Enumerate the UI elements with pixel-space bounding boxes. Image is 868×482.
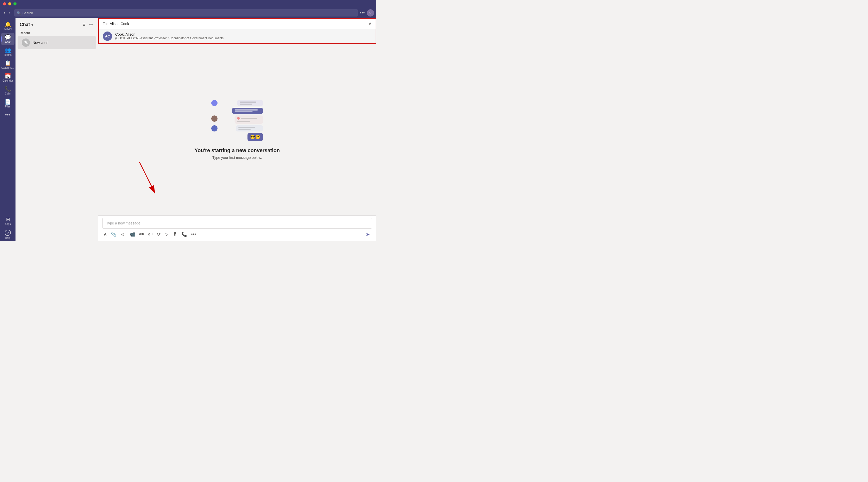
praise-icon: 🎖 <box>173 232 177 237</box>
calls-icon: 📞 <box>5 86 11 91</box>
new-chat-avatar: ✎ <box>22 38 30 47</box>
sidebar-item-files[interactable]: 📄 Files <box>1 98 14 109</box>
sidebar-item-help[interactable]: ? Help <box>1 228 14 241</box>
compose-icon: ✏ <box>89 23 93 27</box>
activity-label: Activity <box>4 28 12 30</box>
suggestion-subtitle: (COOK_ALISON) Assistant Professor / Coor… <box>115 36 224 40</box>
sidebar-item-assignments[interactable]: 📋 Assignme... <box>1 59 14 71</box>
sidebar-item-calendar[interactable]: 📅 Calendar <box>1 72 14 84</box>
close-button[interactable] <box>3 2 6 5</box>
format-button[interactable]: A <box>102 231 108 237</box>
recent-label: Recent <box>16 30 98 36</box>
compose-button[interactable]: ✏ <box>88 21 94 28</box>
files-icon: 📄 <box>5 99 11 104</box>
sidebar-title-chevron[interactable]: ∨ <box>31 23 33 27</box>
topbar: ‹ › 🔍 Search ••• U <box>0 8 376 18</box>
activity-icon: 🔔 <box>5 22 11 27</box>
apps-label: Apps <box>5 223 11 225</box>
suggestion-name: Cook, Alison <box>115 32 224 36</box>
calls-label: Calls <box>5 92 10 95</box>
suggestion-info: Cook, Alison (COOK_ALISON) Assistant Pro… <box>115 32 224 40</box>
topbar-right: ••• U <box>360 9 374 17</box>
more-toolbar-button[interactable]: ••• <box>190 231 197 238</box>
to-container: To: Alison Cook ∨ AC Cook, Alison (COOK_… <box>98 18 376 44</box>
to-field[interactable]: To: Alison Cook ∨ <box>99 19 376 29</box>
praise-button[interactable]: 🎖 <box>171 231 179 238</box>
bubble-1 <box>237 100 263 106</box>
files-label: Files <box>5 105 10 108</box>
user-avatar[interactable]: U <box>367 9 374 17</box>
meet-button[interactable]: 📹 <box>128 230 137 238</box>
message-input[interactable]: Type a new message <box>102 218 372 229</box>
sidebar-item-calls[interactable]: 📞 Calls <box>1 85 14 97</box>
emoji-button[interactable]: ☺ <box>119 231 127 238</box>
bubble-3 <box>235 116 263 124</box>
chat-icon: 💬 <box>5 35 11 40</box>
calendar-icon: 📅 <box>5 73 11 78</box>
send-button[interactable]: ➤ <box>364 230 372 238</box>
new-chat-label: New chat <box>33 40 48 45</box>
search-placeholder: Search <box>23 11 33 15</box>
chat-area: 😎😊 You're starting a new conversation Ty… <box>98 44 376 216</box>
chat-label: Chat <box>5 40 10 43</box>
phone-icon: 📞 <box>181 231 187 237</box>
help-label: Help <box>5 236 10 239</box>
emoji-icon: ☺ <box>120 232 125 237</box>
phone-button[interactable]: 📞 <box>180 230 189 238</box>
message-input-area: Type a new message A 📎 ☺ 📹 <box>98 216 376 241</box>
left-nav: 🔔 Activity 💬 Chat 👥 Teams 📋 Assignme... … <box>0 18 16 241</box>
sidebar: Chat ∨ ≡ ✏ Recent ✎ New chat <box>16 18 98 241</box>
loop-button[interactable]: ⟳ <box>155 230 162 238</box>
emoji-bubble: 😎😊 <box>247 133 263 141</box>
bubble-4 <box>236 125 263 131</box>
giphy-button[interactable]: GIF <box>138 232 146 237</box>
send-icon: ➤ <box>366 231 370 237</box>
sidebar-item-more[interactable]: ••• <box>1 110 14 119</box>
nav-arrows: ‹ › <box>2 10 12 16</box>
to-value[interactable]: Alison Cook <box>110 22 366 26</box>
sidebar-item-apps[interactable]: ⊞ Apps <box>1 215 14 227</box>
loop-icon: ⟳ <box>157 231 161 237</box>
sidebar-item-chat[interactable]: 💬 Chat <box>1 33 14 45</box>
help-icon: ? <box>5 230 11 236</box>
titlebar <box>0 0 376 8</box>
giphy-icon: GIF <box>139 233 144 236</box>
attach-icon: 📎 <box>111 231 116 237</box>
suggestion-item[interactable]: AC Cook, Alison (COOK_ALISON) Assistant … <box>99 29 376 43</box>
schedule-icon: ▷ <box>165 231 168 237</box>
sidebar-item-teams[interactable]: 👥 Teams <box>1 46 14 58</box>
sticker-button[interactable]: 🏷 <box>147 231 154 238</box>
back-button[interactable]: ‹ <box>2 10 6 16</box>
apps-icon: ⊞ <box>6 217 10 222</box>
sidebar-actions: ≡ ✏ <box>82 21 94 28</box>
suggestion-avatar: AC <box>103 32 112 41</box>
chat-new-subtitle: Type your first message below. <box>212 156 262 160</box>
attach-button[interactable]: 📎 <box>109 230 118 238</box>
content-area: To: Alison Cook ∨ AC Cook, Alison (COOK_… <box>98 18 376 241</box>
format-icon: A <box>104 232 106 236</box>
bubble-2 <box>232 108 263 114</box>
avatar-1 <box>211 100 218 106</box>
avatar-3 <box>211 125 218 131</box>
maximize-button[interactable] <box>13 2 17 5</box>
message-toolbar: A 📎 ☺ 📹 GIF 🏷 <box>102 229 372 240</box>
calendar-label: Calendar <box>3 79 13 82</box>
forward-button[interactable]: › <box>7 10 12 16</box>
filter-button[interactable]: ≡ <box>82 22 86 28</box>
new-chat-item[interactable]: ✎ New chat <box>18 36 96 49</box>
sidebar-header: Chat ∨ ≡ ✏ <box>16 18 98 30</box>
main-layout: 🔔 Activity 💬 Chat 👥 Teams 📋 Assignme... … <box>0 18 376 241</box>
more-options-button[interactable]: ••• <box>360 10 365 16</box>
search-bar[interactable]: 🔍 Search <box>14 9 358 17</box>
sidebar-title: Chat ∨ <box>20 22 33 27</box>
content-wrapper: To: Alison Cook ∨ AC Cook, Alison (COOK_… <box>98 18 376 241</box>
to-label: To: <box>103 22 108 26</box>
meet-icon: 📹 <box>129 231 135 237</box>
chat-illustration: 😎😊 <box>211 100 263 141</box>
to-chevron[interactable]: ∨ <box>368 21 371 26</box>
avatar-2 <box>211 116 218 122</box>
schedule-button[interactable]: ▷ <box>163 230 170 238</box>
minimize-button[interactable] <box>8 2 11 5</box>
new-chat-avatar-icon: ✎ <box>24 40 28 45</box>
sidebar-item-activity[interactable]: 🔔 Activity <box>1 20 14 32</box>
